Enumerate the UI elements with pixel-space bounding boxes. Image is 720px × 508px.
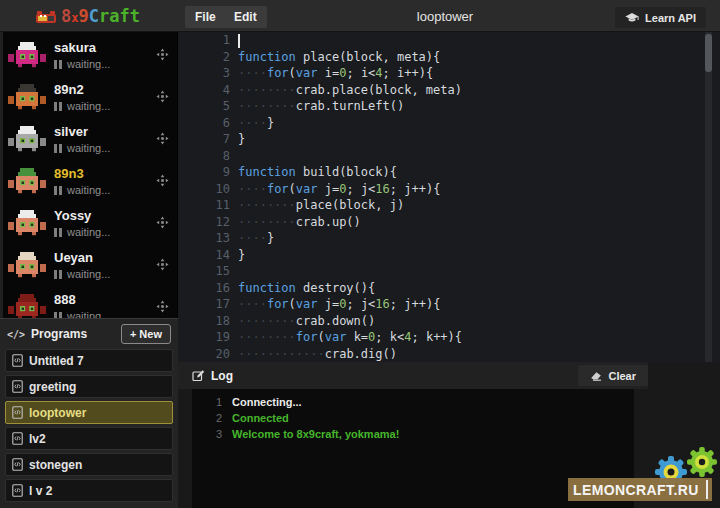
new-program-button[interactable]: + New (121, 324, 171, 344)
line-source: ····for(var j=0; j<16; j++){ (238, 296, 440, 313)
editor-scrollbar[interactable] (705, 32, 712, 362)
line-source: ········crab.place(block, meta) (238, 82, 462, 99)
player-list-item[interactable]: Ueyan waiting... (0, 246, 178, 288)
code-line: 15 (178, 263, 720, 280)
program-name: l v 2 (29, 484, 52, 498)
line-source: ····} (238, 230, 274, 247)
program-list-item[interactable]: looptower (5, 401, 173, 424)
log-entry: 1Connecting... (192, 394, 634, 410)
player-list-item[interactable]: Yossy waiting... (0, 204, 178, 246)
logo-letter: x (71, 6, 78, 30)
logo-letter: r (99, 4, 109, 28)
program-name: lv2 (29, 432, 46, 446)
line-number: 9 (178, 164, 230, 181)
program-list-item[interactable]: lv2 (5, 427, 173, 450)
code-line: 17····for(var j=0; j<16; j++){ (178, 296, 720, 313)
line-number: 6 (178, 115, 230, 132)
player-name: 89n2 (54, 82, 110, 98)
line-source: function destroy(){ (238, 280, 375, 297)
program-name: Untitled 7 (29, 354, 84, 368)
line-source: ····} (238, 115, 274, 132)
code-line: 14} (178, 247, 720, 264)
clear-log-button[interactable]: Clear (578, 365, 648, 386)
player-status-label: waiting... (67, 310, 110, 318)
line-number: 20 (178, 346, 230, 363)
locate-move-icon[interactable] (156, 174, 169, 187)
player-status-label: waiting... (67, 184, 110, 196)
player-status-label: waiting... (67, 226, 110, 238)
line-number: 19 (178, 329, 230, 346)
log-title: Log (211, 369, 233, 383)
line-source: } (238, 131, 245, 148)
line-number: 10 (178, 181, 230, 198)
player-name: sakura (54, 40, 110, 56)
line-number: 15 (178, 263, 230, 280)
watermark-banner: LEMONCRAFT.RU (568, 478, 712, 501)
pause-icon (54, 186, 62, 195)
watermark-text: LEMONCRAFT.RU (573, 482, 699, 498)
pause-icon (54, 102, 62, 111)
line-source: function build(block){ (238, 164, 397, 181)
pause-icon (54, 144, 62, 153)
crab-avatar (8, 42, 46, 72)
crab-avatar (8, 168, 46, 198)
line-source: ········crab.up() (238, 214, 361, 231)
programs-header: </> Programs + New (5, 319, 173, 349)
program-list-item[interactable]: Untitled 7 (5, 349, 173, 372)
player-list-item[interactable]: sakura waiting... (0, 36, 178, 78)
editor-scrollbar-thumb[interactable] (705, 34, 712, 72)
player-list-item[interactable]: 888 waiting... (0, 288, 178, 318)
locate-move-icon[interactable] (156, 90, 169, 103)
program-list-item[interactable]: stonegen (5, 453, 173, 476)
code-line: 5········crab.turnLeft() (178, 98, 720, 115)
code-line: 19········for(var k=0; k<4; k++){ (178, 329, 720, 346)
locate-move-icon[interactable] (156, 216, 169, 229)
logo-letter: a (109, 4, 119, 28)
log-message: Connected (232, 410, 289, 426)
code-line: 3····for(var i=0; i<4; i++){ (178, 65, 720, 82)
player-status-label: waiting... (67, 58, 110, 70)
logo-letter: C (89, 4, 99, 28)
locate-move-icon[interactable] (156, 48, 169, 61)
script-file-icon (12, 432, 23, 445)
locate-move-icon[interactable] (156, 300, 169, 313)
code-line: 20············crab.dig() (178, 346, 720, 363)
logo-letter: 8 (61, 4, 71, 28)
app-root: 8x9Craft File Edit looptower Learn API (0, 0, 720, 508)
player-list-item[interactable]: 89n3 waiting... (0, 162, 178, 204)
script-file-icon (12, 380, 23, 393)
player-name: silver (54, 124, 110, 140)
program-list-item[interactable]: l v 2 (5, 479, 173, 502)
locate-move-icon[interactable] (156, 132, 169, 145)
learn-api-button[interactable]: Learn API (615, 7, 706, 28)
code-line: 9function build(block){ (178, 164, 720, 181)
app-logo: 8x9Craft (34, 4, 140, 30)
logo-letter: f (119, 4, 129, 28)
line-source: ····for(var j=0; j<16; j++){ (238, 181, 440, 198)
line-source: ········crab.turnLeft() (238, 98, 404, 115)
log-line-number: 3 (192, 426, 222, 442)
crab-avatar (8, 210, 46, 240)
code-line: 1 (178, 32, 720, 49)
crab-avatar (8, 252, 46, 282)
player-list-item[interactable]: silver waiting... (0, 120, 178, 162)
line-number: 7 (178, 131, 230, 148)
log-entry: 2Connected (192, 410, 634, 426)
pencil-icon (192, 369, 205, 382)
log-line-number: 1 (192, 394, 222, 410)
script-file-icon (12, 484, 23, 497)
eraser-icon (590, 371, 602, 381)
program-list-item[interactable]: greeting (5, 375, 173, 398)
player-status: waiting... (54, 58, 110, 70)
clear-label: Clear (608, 370, 636, 382)
code-line: 12········crab.up() (178, 214, 720, 231)
log-message: Welcome to 8x9craft, yokmama! (232, 426, 399, 442)
code-line: 6····} (178, 115, 720, 132)
player-name: 89n3 (54, 166, 110, 182)
code-editor[interactable]: 12function place(block, meta){3····for(v… (178, 32, 720, 362)
script-file-icon (12, 458, 23, 471)
code-line: 13····} (178, 230, 720, 247)
player-list-item[interactable]: 89n2 waiting... (0, 78, 178, 120)
line-number: 18 (178, 313, 230, 330)
locate-move-icon[interactable] (156, 258, 169, 271)
